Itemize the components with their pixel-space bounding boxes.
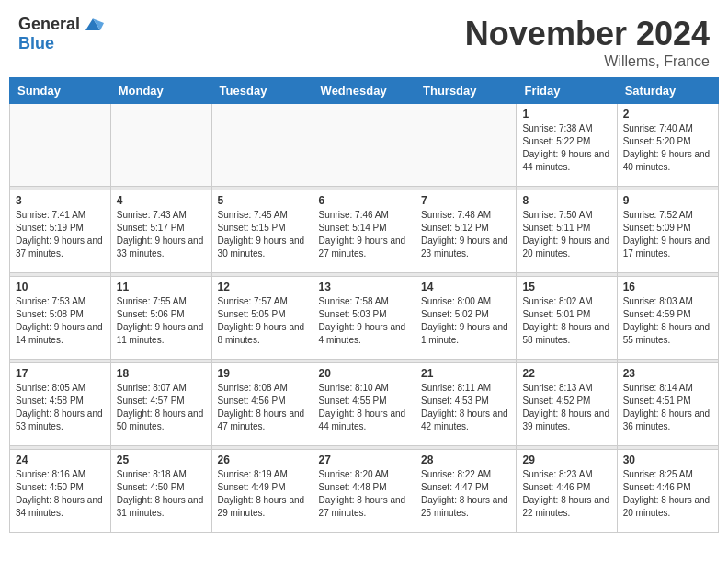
calendar-cell: 20Sunrise: 8:10 AM Sunset: 4:55 PM Dayli…: [313, 363, 415, 446]
day-info: Sunrise: 7:57 AM Sunset: 5:05 PM Dayligh…: [218, 295, 307, 347]
calendar-cell: 6Sunrise: 7:46 AM Sunset: 5:14 PM Daylig…: [313, 190, 415, 273]
calendar-cell: 30Sunrise: 8:25 AM Sunset: 4:46 PM Dayli…: [617, 450, 718, 533]
day-number: 10: [16, 281, 105, 293]
calendar-cell: 5Sunrise: 7:45 AM Sunset: 5:15 PM Daylig…: [211, 190, 313, 273]
calendar-cell: 23Sunrise: 8:14 AM Sunset: 4:51 PM Dayli…: [617, 363, 718, 446]
day-info: Sunrise: 8:19 AM Sunset: 4:49 PM Dayligh…: [218, 468, 307, 520]
calendar-cell: [415, 104, 517, 187]
calendar-cell: 22Sunrise: 8:13 AM Sunset: 4:52 PM Dayli…: [517, 363, 617, 446]
month-title: November 2024: [465, 15, 710, 53]
calendar-cell: 16Sunrise: 8:03 AM Sunset: 4:59 PM Dayli…: [617, 277, 718, 360]
day-info: Sunrise: 8:10 AM Sunset: 4:55 PM Dayligh…: [319, 382, 409, 433]
calendar-cell: 17Sunrise: 8:05 AM Sunset: 4:58 PM Dayli…: [10, 363, 111, 446]
calendar-cell: 24Sunrise: 8:16 AM Sunset: 4:50 PM Dayli…: [10, 450, 111, 533]
day-number: 22: [522, 367, 610, 380]
day-number: 7: [421, 194, 510, 207]
calendar-header-monday: Monday: [110, 78, 211, 104]
calendar-header-friday: Friday: [517, 78, 617, 104]
calendar-cell: 9Sunrise: 7:52 AM Sunset: 5:09 PM Daylig…: [617, 190, 718, 273]
day-number: 20: [319, 367, 409, 380]
calendar-cell: 8Sunrise: 7:50 AM Sunset: 5:11 PM Daylig…: [517, 190, 617, 273]
day-number: 25: [117, 454, 206, 466]
day-number: 12: [218, 281, 307, 293]
day-number: 15: [522, 281, 610, 293]
calendar-header-saturday: Saturday: [617, 78, 718, 104]
day-info: Sunrise: 7:45 AM Sunset: 5:15 PM Dayligh…: [218, 209, 307, 260]
calendar-cell: 15Sunrise: 8:02 AM Sunset: 5:01 PM Dayli…: [517, 277, 617, 360]
calendar-cell: 28Sunrise: 8:22 AM Sunset: 4:47 PM Dayli…: [415, 450, 517, 533]
calendar-cell: 29Sunrise: 8:23 AM Sunset: 4:46 PM Dayli…: [517, 450, 617, 533]
calendar-cell: 11Sunrise: 7:55 AM Sunset: 5:06 PM Dayli…: [110, 277, 211, 360]
calendar-table: SundayMondayTuesdayWednesdayThursdayFrid…: [9, 77, 719, 533]
calendar-cell: [313, 104, 415, 187]
day-info: Sunrise: 8:03 AM Sunset: 4:59 PM Dayligh…: [623, 295, 712, 347]
day-number: 30: [623, 454, 712, 466]
day-info: Sunrise: 7:38 AM Sunset: 5:22 PM Dayligh…: [522, 122, 610, 174]
day-info: Sunrise: 7:55 AM Sunset: 5:06 PM Dayligh…: [117, 295, 206, 347]
day-number: 24: [16, 454, 105, 466]
calendar-cell: [110, 104, 211, 187]
calendar-cell: 7Sunrise: 7:48 AM Sunset: 5:12 PM Daylig…: [415, 190, 517, 273]
calendar-header-row: SundayMondayTuesdayWednesdayThursdayFrid…: [10, 78, 719, 104]
day-info: Sunrise: 8:11 AM Sunset: 4:53 PM Dayligh…: [421, 382, 510, 433]
day-info: Sunrise: 7:58 AM Sunset: 5:03 PM Dayligh…: [319, 295, 409, 347]
calendar-cell: 1Sunrise: 7:38 AM Sunset: 5:22 PM Daylig…: [517, 104, 617, 187]
day-number: 23: [623, 367, 712, 380]
day-info: Sunrise: 7:43 AM Sunset: 5:17 PM Dayligh…: [117, 209, 206, 260]
calendar-cell: 19Sunrise: 8:08 AM Sunset: 4:56 PM Dayli…: [211, 363, 313, 446]
day-info: Sunrise: 8:16 AM Sunset: 4:50 PM Dayligh…: [16, 468, 105, 520]
day-info: Sunrise: 8:08 AM Sunset: 4:56 PM Dayligh…: [218, 382, 307, 433]
day-info: Sunrise: 8:07 AM Sunset: 4:57 PM Dayligh…: [117, 382, 206, 433]
calendar-header-thursday: Thursday: [415, 78, 517, 104]
calendar-cell: 12Sunrise: 7:57 AM Sunset: 5:05 PM Dayli…: [211, 277, 313, 360]
logo-general-text: General: [18, 15, 80, 34]
day-info: Sunrise: 8:18 AM Sunset: 4:50 PM Dayligh…: [117, 468, 206, 520]
day-info: Sunrise: 8:25 AM Sunset: 4:46 PM Dayligh…: [623, 468, 712, 520]
calendar-week-row: 24Sunrise: 8:16 AM Sunset: 4:50 PM Dayli…: [10, 450, 719, 533]
calendar-cell: 4Sunrise: 7:43 AM Sunset: 5:17 PM Daylig…: [110, 190, 211, 273]
calendar-cell: 26Sunrise: 8:19 AM Sunset: 4:49 PM Dayli…: [211, 450, 313, 533]
logo-blue-text: Blue: [18, 34, 54, 52]
day-info: Sunrise: 8:20 AM Sunset: 4:48 PM Dayligh…: [319, 468, 409, 520]
day-number: 3: [16, 194, 105, 207]
calendar-cell: 10Sunrise: 7:53 AM Sunset: 5:08 PM Dayli…: [10, 277, 111, 360]
day-number: 13: [319, 281, 409, 293]
calendar-header-sunday: Sunday: [10, 78, 111, 104]
day-number: 6: [319, 194, 409, 207]
day-number: 18: [117, 367, 206, 380]
day-number: 27: [319, 454, 409, 466]
logo: General Blue: [18, 15, 104, 53]
day-info: Sunrise: 7:46 AM Sunset: 5:14 PM Dayligh…: [319, 209, 409, 260]
calendar-cell: 3Sunrise: 7:41 AM Sunset: 5:19 PM Daylig…: [10, 190, 111, 273]
day-info: Sunrise: 8:22 AM Sunset: 4:47 PM Dayligh…: [421, 468, 510, 520]
calendar-cell: [10, 104, 111, 187]
calendar-header-wednesday: Wednesday: [313, 78, 415, 104]
logo-icon: [82, 16, 104, 34]
day-info: Sunrise: 8:05 AM Sunset: 4:58 PM Dayligh…: [16, 382, 105, 433]
day-info: Sunrise: 8:00 AM Sunset: 5:02 PM Dayligh…: [421, 295, 510, 347]
day-number: 16: [623, 281, 712, 293]
calendar-cell: 21Sunrise: 8:11 AM Sunset: 4:53 PM Dayli…: [415, 363, 517, 446]
day-info: Sunrise: 8:02 AM Sunset: 5:01 PM Dayligh…: [522, 295, 610, 347]
day-info: Sunrise: 7:52 AM Sunset: 5:09 PM Dayligh…: [623, 209, 712, 260]
day-info: Sunrise: 8:13 AM Sunset: 4:52 PM Dayligh…: [522, 382, 610, 433]
day-number: 2: [623, 108, 712, 121]
day-info: Sunrise: 8:23 AM Sunset: 4:46 PM Dayligh…: [522, 468, 610, 520]
calendar-week-row: 10Sunrise: 7:53 AM Sunset: 5:08 PM Dayli…: [10, 277, 719, 360]
day-info: Sunrise: 7:53 AM Sunset: 5:08 PM Dayligh…: [16, 295, 105, 347]
day-number: 9: [623, 194, 712, 207]
day-number: 5: [218, 194, 307, 207]
day-number: 1: [522, 108, 610, 121]
day-number: 21: [421, 367, 510, 380]
calendar-cell: 25Sunrise: 8:18 AM Sunset: 4:50 PM Dayli…: [110, 450, 211, 533]
title-area: November 2024 Willems, France: [465, 15, 710, 70]
day-info: Sunrise: 7:50 AM Sunset: 5:11 PM Dayligh…: [522, 209, 610, 260]
day-info: Sunrise: 7:40 AM Sunset: 5:20 PM Dayligh…: [623, 122, 712, 174]
day-number: 4: [117, 194, 206, 207]
day-number: 17: [16, 367, 105, 380]
calendar-cell: 14Sunrise: 8:00 AM Sunset: 5:02 PM Dayli…: [415, 277, 517, 360]
day-number: 28: [421, 454, 510, 466]
calendar-header-tuesday: Tuesday: [211, 78, 313, 104]
calendar-week-row: 1Sunrise: 7:38 AM Sunset: 5:22 PM Daylig…: [10, 104, 719, 187]
day-info: Sunrise: 7:41 AM Sunset: 5:19 PM Dayligh…: [16, 209, 105, 260]
